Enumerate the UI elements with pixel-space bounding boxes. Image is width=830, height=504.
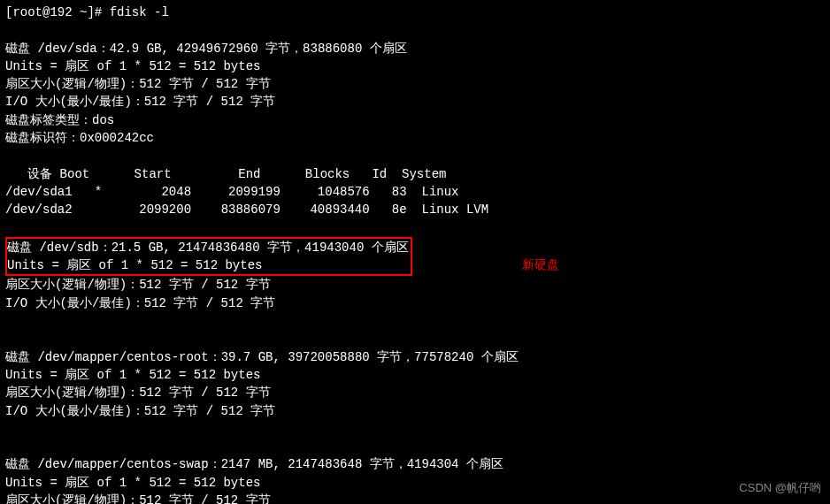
partition-header: 设备 Boot Start End Blocks Id System bbox=[5, 167, 446, 181]
prompt: [root@192 ~]# bbox=[5, 5, 110, 19]
watermark: CSDN @帆仔哟 bbox=[739, 480, 821, 497]
command[interactable]: fdisk -l bbox=[110, 5, 169, 19]
highlighted-new-disk: 磁盘 /dev/sdb：21.5 GB, 21474836480 字节，4194… bbox=[5, 237, 412, 277]
units-line: Units = 扇区 of 1 * 512 = 512 bytes bbox=[5, 59, 260, 73]
terminal-output: [root@192 ~]# fdisk -l 磁盘 /dev/sda：42.9 … bbox=[0, 0, 830, 504]
io-size-line: I/O 大小(最小/最佳)：512 字节 / 512 字节 bbox=[5, 95, 275, 109]
partition-row: /dev/sda2 2099200 83886079 40893440 8e L… bbox=[5, 202, 488, 217]
diskid-line: 磁盘标识符：0x000242cc bbox=[5, 131, 154, 145]
disk-centos-root-header: 磁盘 /dev/mapper/centos-root：39.7 GB, 3972… bbox=[5, 350, 519, 364]
sector-size-line: 扇区大小(逻辑/物理)：512 字节 / 512 字节 bbox=[5, 77, 271, 91]
disklabel-line: 磁盘标签类型：dos bbox=[5, 113, 114, 127]
partition-row: /dev/sda1 * 2048 2099199 1048576 83 Linu… bbox=[5, 185, 458, 199]
disk-centos-swap-header: 磁盘 /dev/mapper/centos-swap：2147 MB, 2147… bbox=[5, 457, 503, 471]
annotation-new-disk: 新硬盘 bbox=[522, 256, 559, 273]
disk-sda-header: 磁盘 /dev/sda：42.9 GB, 42949672960 字节，8388… bbox=[5, 42, 407, 56]
